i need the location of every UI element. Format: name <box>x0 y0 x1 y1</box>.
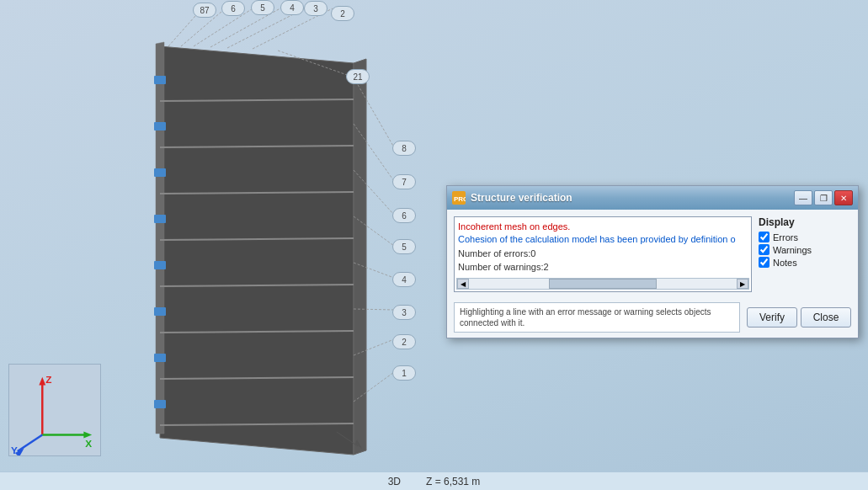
minimize-button[interactable]: — <box>794 190 812 205</box>
warnings-check-row: Warnings <box>759 244 851 255</box>
warnings-checkbox[interactable] <box>759 244 769 255</box>
svg-text:PRO: PRO <box>454 195 466 203</box>
node-label-top-6: 6 <box>221 1 245 16</box>
svg-marker-37 <box>39 377 45 386</box>
view-mode-label: 3D <box>388 476 401 487</box>
coordinate-value: 6,531 m <box>444 476 480 487</box>
svg-rect-14 <box>154 215 166 223</box>
svg-line-42 <box>18 434 42 451</box>
errors-check-row: Errors <box>759 232 851 242</box>
restore-button[interactable]: ❐ <box>814 190 833 205</box>
dialog-window-controls: — ❐ ✕ <box>794 190 853 205</box>
dialog-title-text: Structure verification <box>471 192 794 204</box>
scroll-left-arrow[interactable]: ◀ <box>457 279 469 289</box>
message-list-content: Incoherent mesh on edges. Cohesion of th… <box>455 217 751 278</box>
svg-rect-18 <box>154 400 166 408</box>
message-list[interactable]: Incoherent mesh on edges. Cohesion of th… <box>454 216 752 292</box>
dialog-title-icon: PRO <box>452 191 466 205</box>
close-window-button[interactable]: ✕ <box>834 190 853 205</box>
node-label-2: 2 <box>392 334 416 349</box>
node-label-top-21: 21 <box>346 69 370 84</box>
warnings-label: Warnings <box>773 245 812 255</box>
svg-rect-17 <box>154 354 166 362</box>
node-label-5: 5 <box>392 239 416 254</box>
display-panel: Display Errors Warnings Notes <box>759 216 851 292</box>
status-bar: 3D Z = 6,531 m <box>0 471 868 490</box>
axis-indicator: Z X Y <box>8 364 101 456</box>
info-warnings: Number of warnings:2 <box>458 260 748 274</box>
node-label-7: 7 <box>392 174 416 189</box>
svg-text:Z: Z <box>45 374 51 385</box>
scroll-right-arrow[interactable]: ▶ <box>737 279 748 289</box>
node-label-top-87: 87 <box>193 3 216 18</box>
svg-marker-1 <box>354 59 366 455</box>
node-label-top-3: 3 <box>304 1 327 16</box>
svg-rect-12 <box>154 122 166 130</box>
node-label-6: 6 <box>392 208 416 223</box>
node-label-4: 4 <box>392 272 416 287</box>
message-scrollbar[interactable]: ◀ ▶ <box>456 278 749 290</box>
message-area: Incoherent mesh on edges. Cohesion of th… <box>454 216 752 292</box>
node-label-1: 1 <box>392 365 416 381</box>
notes-label: Notes <box>773 258 797 268</box>
display-label: Display <box>759 216 851 228</box>
notes-checkbox[interactable] <box>759 257 769 268</box>
errors-checkbox[interactable] <box>759 232 769 242</box>
button-area: Verify Close <box>747 307 851 328</box>
node-label-top-4: 4 <box>280 0 304 15</box>
errors-label: Errors <box>773 232 798 242</box>
svg-rect-15 <box>154 261 166 269</box>
scroll-thumb[interactable] <box>549 279 656 289</box>
node-label-3: 3 <box>392 305 416 320</box>
scroll-track[interactable] <box>469 279 737 289</box>
svg-rect-13 <box>154 168 166 177</box>
3d-viewport[interactable]: 8 7 6 5 4 3 2 1 87 6 5 4 3 2 21 Z X Y <box>0 0 868 490</box>
svg-text:X: X <box>85 438 92 449</box>
warning-message: Cohesion of the calculation model has be… <box>458 233 748 246</box>
svg-rect-11 <box>154 76 166 84</box>
structure-verification-dialog: PRO Structure verification — ❐ ✕ Incoher… <box>446 185 859 338</box>
node-label-8: 8 <box>392 141 416 156</box>
dialog-footer: Highlighting a line with an error messag… <box>447 299 858 338</box>
close-button[interactable]: Close <box>801 307 851 328</box>
notes-check-row: Notes <box>759 257 851 268</box>
verify-button[interactable]: Verify <box>747 307 797 328</box>
coordinate-display: Z = 6,531 m <box>426 476 480 487</box>
svg-text:Y: Y <box>11 445 18 455</box>
dialog-titlebar[interactable]: PRO Structure verification — ❐ ✕ <box>447 186 858 210</box>
svg-rect-16 <box>154 307 166 316</box>
coordinate-label: Z = <box>426 476 441 487</box>
svg-marker-0 <box>160 46 354 455</box>
hint-text: Highlighting a line with an error messag… <box>454 302 740 333</box>
node-label-top-2: 2 <box>331 6 354 21</box>
info-errors: Number of errors:0 <box>458 247 748 261</box>
error-message: Incoherent mesh on edges. <box>458 221 748 233</box>
dialog-body: Incoherent mesh on edges. Cohesion of th… <box>447 210 858 299</box>
node-label-top-5: 5 <box>251 0 274 15</box>
